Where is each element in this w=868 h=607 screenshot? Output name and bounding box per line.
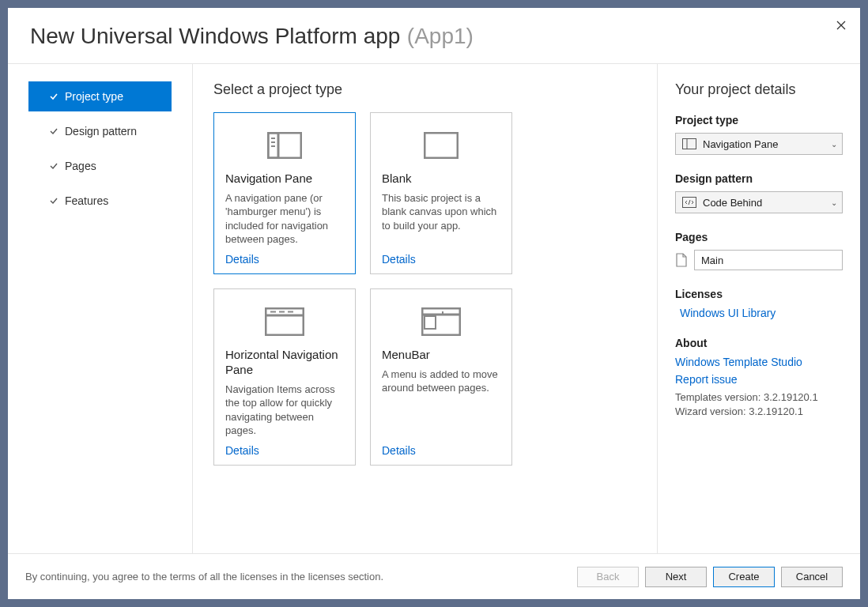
project-details-panel: Your project details Project type Naviga… — [658, 64, 860, 553]
project-type-value: Navigation Pane — [698, 138, 831, 150]
card-details-link[interactable]: Details — [225, 253, 344, 266]
card-details-link[interactable]: Details — [382, 444, 500, 457]
dialog-subtitle: (App1) — [407, 24, 474, 48]
footer-disclaimer: By continuing, you agree to the terms of… — [25, 571, 571, 582]
svg-rect-5 — [425, 133, 458, 158]
main-heading: Select a project type — [213, 81, 636, 98]
card-title: Horizontal Navigation Pane — [225, 348, 344, 378]
check-icon — [49, 161, 60, 171]
horizontal-nav-icon — [225, 300, 344, 343]
card-details-link[interactable]: Details — [382, 253, 500, 266]
next-button[interactable]: Next — [645, 567, 707, 587]
page-row: Main — [675, 250, 843, 270]
page-icon — [675, 253, 688, 267]
section-licenses: Licenses Windows UI Library — [675, 288, 843, 319]
card-title: MenuBar — [382, 348, 500, 363]
step-features[interactable]: Features — [28, 186, 172, 216]
card-description: A menu is added to move around between p… — [382, 368, 500, 438]
section-project-type: Project type Navigation Pane ⌄ — [675, 114, 843, 155]
section-design-pattern: Design pattern Code Behind ⌄ — [675, 172, 843, 213]
project-type-cards: Navigation Pane A navigation pane (or 'h… — [213, 112, 636, 466]
card-title: Blank — [382, 172, 500, 187]
wizard-version: Wizard version: 3.2.19120.1 — [675, 405, 843, 419]
page-name[interactable]: Main — [694, 250, 843, 270]
section-about: About Windows Template Studio Report iss… — [675, 337, 843, 419]
design-pattern-label: Design pattern — [675, 172, 843, 185]
design-pattern-select[interactable]: Code Behind ⌄ — [675, 191, 843, 213]
close-button[interactable] — [830, 14, 852, 36]
check-icon — [49, 126, 60, 136]
step-label: Design pattern — [65, 125, 137, 138]
navigation-pane-icon — [681, 138, 698, 149]
step-label: Pages — [65, 160, 96, 172]
step-project-type[interactable]: Project type — [28, 81, 172, 111]
create-button[interactable]: Create — [713, 567, 775, 587]
about-label: About — [675, 337, 843, 349]
dialog-body: Project type Design pattern Pages Featur… — [8, 64, 860, 553]
card-title: Navigation Pane — [225, 172, 344, 187]
cancel-button[interactable]: Cancel — [781, 567, 843, 587]
title-bar: New Universal Windows Platform app (App1… — [8, 8, 860, 64]
close-icon — [836, 21, 846, 30]
svg-rect-11 — [422, 308, 460, 335]
chevron-down-icon: ⌄ — [831, 198, 837, 207]
step-pages[interactable]: Pages — [28, 151, 172, 181]
about-link-report-issue[interactable]: Report issue — [675, 373, 843, 386]
svg-rect-15 — [683, 139, 696, 149]
project-type-select[interactable]: Navigation Pane ⌄ — [675, 133, 843, 155]
step-design-pattern[interactable]: Design pattern — [28, 116, 172, 146]
card-horizontal-navigation-pane[interactable]: Horizontal Navigation Pane Navigation It… — [213, 288, 356, 466]
card-description: Navigation Items across the top allow fo… — [225, 383, 344, 438]
card-description: A navigation pane (or 'hamburger menu') … — [225, 191, 344, 247]
pages-label: Pages — [675, 231, 843, 243]
step-label: Features — [65, 194, 108, 207]
footer: By continuing, you agree to the terms of… — [8, 553, 860, 599]
menubar-icon — [382, 300, 500, 343]
section-pages: Pages Main — [675, 231, 843, 270]
svg-rect-13 — [425, 316, 436, 329]
card-details-link[interactable]: Details — [225, 444, 344, 457]
navigation-pane-icon — [225, 124, 344, 167]
card-menubar[interactable]: MenuBar A menu is added to move around b… — [370, 288, 512, 466]
card-blank[interactable]: Blank This basic project is a blank canv… — [370, 112, 512, 274]
templates-version: Templates version: 3.2.19120.1 — [675, 390, 843, 405]
blank-icon — [382, 124, 500, 167]
check-icon — [49, 196, 60, 205]
about-link-template-studio[interactable]: Windows Template Studio — [675, 356, 843, 368]
main-content: Select a project type Navigation Pane A … — [193, 64, 658, 553]
check-icon — [49, 92, 60, 101]
license-link[interactable]: Windows UI Library — [680, 307, 843, 319]
dialog-window: New Universal Windows Platform app (App1… — [8, 8, 860, 599]
steps-sidebar: Project type Design pattern Pages Featur… — [8, 64, 193, 553]
step-label: Project type — [65, 90, 123, 103]
chevron-down-icon: ⌄ — [831, 140, 837, 149]
licenses-label: Licenses — [675, 288, 843, 300]
dialog-title: New Universal Windows Platform app — [30, 24, 400, 48]
card-description: This basic project is a blank canvas upo… — [382, 191, 500, 247]
design-pattern-value: Code Behind — [698, 197, 831, 209]
back-button: Back — [577, 567, 639, 587]
project-type-label: Project type — [675, 114, 843, 126]
code-behind-icon — [681, 197, 698, 208]
card-navigation-pane[interactable]: Navigation Pane A navigation pane (or 'h… — [213, 112, 356, 274]
details-heading: Your project details — [675, 81, 843, 98]
